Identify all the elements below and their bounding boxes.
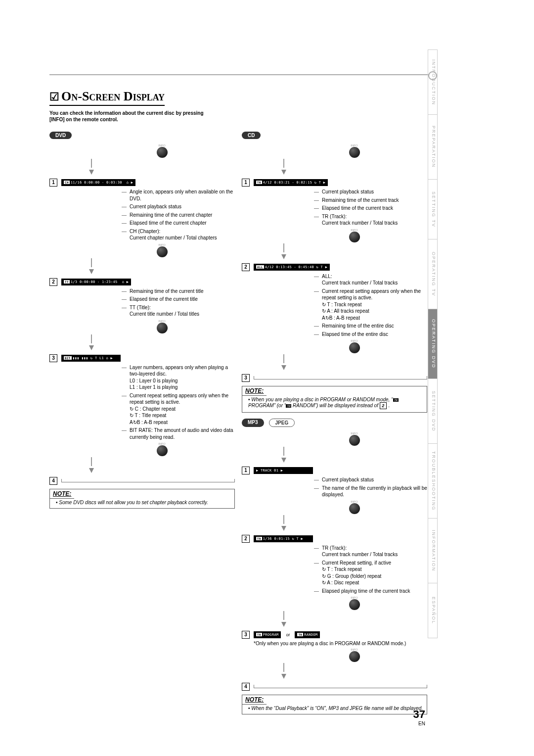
callout-item: Current playback status — [316, 476, 427, 483]
callout-item: TR (Track): Current track number / Total… — [316, 545, 427, 558]
tab-introduction[interactable]: INTRODUCTION — [428, 49, 438, 115]
mp3-osd-3b: TRRANDOM — [295, 631, 320, 638]
info-icon — [349, 651, 360, 662]
callout-item: BIT RATE: The amount of audio and video … — [124, 427, 235, 440]
callout-item: Current playback status — [316, 189, 427, 195]
callout-item: Current repeat setting appears only when… — [124, 392, 235, 426]
info-button-cd2[interactable]: INFO — [281, 229, 427, 242]
cd-osd-1: TR4/12 0:03:21 - 0:02:15 ↻ T ▶ — [254, 179, 328, 186]
info-button-m2[interactable]: INFO — [281, 500, 427, 514]
callout-item: Elapsed time of the current chapter — [124, 220, 235, 227]
cd-pill: CD — [242, 132, 261, 139]
mp3-step3: 3 — [242, 631, 250, 639]
callout-item: Elapsed time of the entire disc — [316, 331, 427, 338]
info-icon — [349, 435, 360, 446]
info-icon — [157, 246, 168, 257]
page-number: 37 EN — [413, 708, 425, 726]
callout-item: Elapsed time of the current track — [316, 205, 427, 212]
info-button-m1[interactable]: INFO — [281, 432, 427, 446]
callout-item: TT (Title): Current title number / Total… — [124, 304, 235, 318]
mp3-osd-1: ▶ TRACK 01 ▶ — [254, 467, 313, 474]
check-icon: ☑ — [49, 91, 59, 103]
tab-operating-dvd[interactable]: OPERATING DVD — [428, 309, 438, 379]
step-4-box: 4 — [49, 477, 57, 485]
tab-español[interactable]: ESPAÑOL — [428, 583, 438, 638]
dvd-osd-3: BIT▮▮▮ ▮▮▮ ↻ T L1 ⌂ ▶ — [61, 355, 121, 362]
info-button-3[interactable]: INFO — [89, 320, 235, 333]
step-1-box: 1 — [49, 179, 57, 187]
info-button-4[interactable]: INFO — [89, 442, 235, 456]
tab-setting-tv[interactable]: SETTING TV — [428, 180, 438, 239]
info-button-cd3[interactable]: INFO — [281, 339, 427, 353]
title-text: On-Screen Display — [61, 89, 165, 103]
intro-text: You can check the information about the … — [49, 110, 218, 123]
section-tabs: INTRODUCTIONPREPARATIONSETTING TVOPERATI… — [428, 49, 438, 638]
mp3-note: NOTE: When the “Dual Playback” is “ON”, … — [242, 695, 427, 714]
mp3-step1: 1 — [242, 467, 250, 474]
info-button-m3[interactable]: INFO — [281, 596, 427, 610]
cd-osd-2: ALL4/12 0:13:45 - 0:45:40 ↻ T ▶ — [254, 264, 330, 271]
jpeg-pill: JPEG — [269, 419, 295, 427]
info-icon — [349, 232, 360, 242]
callout-item: Layer numbers, appears only when playing… — [124, 364, 235, 391]
info-icon — [157, 445, 168, 456]
callout-item: TR (Track): Current track number / Total… — [316, 213, 427, 227]
info-icon — [157, 147, 168, 158]
callout-item: Current playback status — [124, 203, 235, 210]
page-title: ☑On-Screen Display — [49, 89, 165, 106]
tab-troubleshooting[interactable]: TROUBLESHOOTING — [428, 444, 438, 519]
mp3-osd-2: TR1/36 0:01:15 ↻ T ▶ — [254, 535, 313, 542]
mp3-step2: 2 — [242, 535, 250, 543]
info-icon — [349, 147, 360, 158]
cd-step2: 2 — [242, 263, 250, 271]
cd-mp3-column: CD INFO 1 TR4/12 0:03:21 - 0:02:15 ↻ T ▶… — [242, 130, 427, 718]
dvd-note: NOTE: Some DVD discs will not allow you … — [49, 489, 235, 509]
mp3-step4: 4 — [242, 683, 250, 691]
dvd-osd-2: TT1/3 0:00:00 - 1:23:45 ⌂ ▶ — [61, 279, 131, 285]
cd-step3: 3 — [242, 374, 250, 382]
info-icon — [349, 599, 360, 610]
dvd-column: DVD INFO 1 CH11/16 0:00:00 - 0:03:30 ⌂ ▶… — [49, 130, 235, 718]
callout-item: CH (Chapter): Current chapter number / T… — [124, 228, 235, 241]
callout-item: Remaining time of the current chapter — [124, 212, 235, 219]
callout-item: Remaining time of the current track — [316, 197, 427, 204]
mp3-osd3-note: *Only when you are playing a disc in PRO… — [254, 641, 427, 646]
mp3-pill: MP3 — [242, 419, 264, 427]
dvd-pill: DVD — [49, 132, 72, 139]
cd-note: NOTE: When you are playing a disc in PRO… — [242, 386, 427, 413]
callout-item: The name of the file currently in playba… — [316, 485, 427, 498]
callout-item: Remaining time of the entire disc — [316, 323, 427, 330]
info-button-m4[interactable]: INFO — [281, 648, 427, 662]
info-button-2[interactable]: INFO — [89, 243, 235, 257]
info-button-1[interactable]: INFO — [89, 144, 235, 158]
info-icon — [157, 323, 168, 333]
info-button-cd1[interactable]: INFO — [281, 144, 427, 158]
callout-item: Current Repeat setting, if active ↻ T : … — [316, 560, 427, 586]
header-rule — [49, 74, 430, 75]
step-3-box: 3 — [49, 354, 57, 362]
tab-setting-dvd[interactable]: SETTING DVD — [428, 379, 438, 444]
callout-item: ALL: Current track number / Total tracks — [316, 273, 427, 286]
callout-item: Remaining time of the current title — [124, 288, 235, 295]
callout-item: Elapsed time of the current title — [124, 296, 235, 303]
tab-information[interactable]: INFORMATION — [428, 519, 438, 583]
callout-item: Angle icon, appears only when available … — [124, 189, 235, 202]
callout-item: Current repeat setting appears only when… — [316, 288, 427, 322]
info-icon — [349, 342, 360, 353]
callout-item: Elapsed playing time of the current trac… — [316, 588, 427, 595]
tab-preparation[interactable]: PREPARATION — [428, 115, 438, 180]
tab-operating-tv[interactable]: OPERATING TV — [428, 239, 438, 309]
dvd-osd-1: CH11/16 0:00:00 - 0:03:30 ⌂ ▶ — [61, 179, 135, 186]
manual-page: INTRODUCTIONPREPARATIONSETTING TVOPERATI… — [0, 0, 534, 756]
cd-step1: 1 — [242, 179, 250, 187]
step-2-box: 2 — [49, 278, 57, 286]
mp3-osd-3a: TRPROGRAM — [254, 631, 281, 638]
info-icon — [349, 503, 360, 514]
